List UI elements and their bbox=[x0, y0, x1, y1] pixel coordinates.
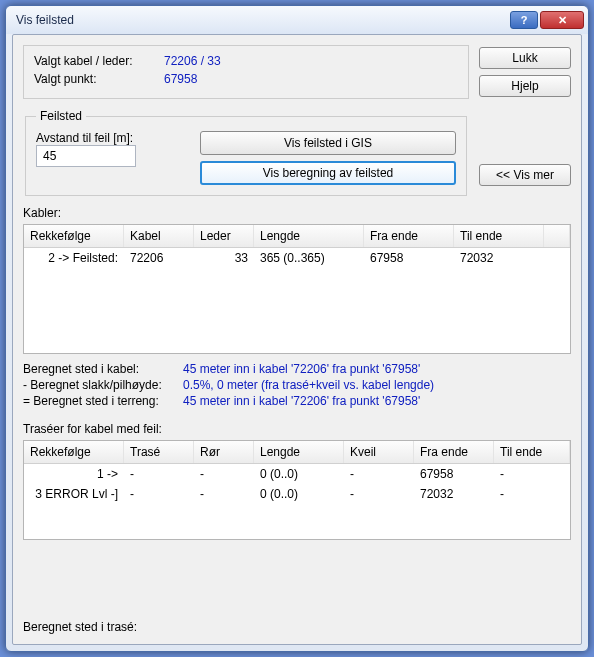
calc-terrain-value: 45 meter inn i kabel '72206' fra punkt '… bbox=[183, 394, 420, 408]
selected-cable-value: 72206 / 33 bbox=[164, 54, 221, 68]
cell: 0 (0..0) bbox=[254, 484, 344, 504]
window-title: Vis feilsted bbox=[16, 13, 74, 27]
traces-table-header: Rekkefølge Trasé Rør Lengde Kveil Fra en… bbox=[24, 441, 570, 464]
cell: 72032 bbox=[414, 484, 494, 504]
summary-panel: Valgt kabel / leder: 72206 / 33 Valgt pu… bbox=[23, 45, 469, 99]
help-button[interactable]: Hjelp bbox=[479, 75, 571, 97]
tcol-to[interactable]: Til ende bbox=[494, 441, 570, 463]
cell: - bbox=[124, 484, 194, 504]
bottom-label: Beregnet sted i trasé: bbox=[23, 620, 137, 634]
cell: 2 -> Feilsted: bbox=[24, 248, 124, 268]
cell: 365 (0..365) bbox=[254, 248, 364, 268]
tcol-length[interactable]: Lengde bbox=[254, 441, 344, 463]
distance-input[interactable] bbox=[36, 145, 136, 167]
show-in-gis-button[interactable]: Vis feilsted i GIS bbox=[200, 131, 456, 155]
cell: 1 -> bbox=[24, 464, 124, 484]
help-icon[interactable]: ? bbox=[510, 11, 538, 29]
close-button[interactable]: Lukk bbox=[479, 47, 571, 69]
window-controls: ? ✕ bbox=[510, 11, 584, 29]
side-buttons: Lukk Hjelp bbox=[479, 45, 571, 99]
cell: - bbox=[494, 464, 570, 484]
cell: 72032 bbox=[454, 248, 544, 268]
cell: 3 ERROR Lvl -] bbox=[24, 484, 124, 504]
calculation-summary: Beregnet sted i kabel: 45 meter inn i ka… bbox=[23, 362, 571, 410]
selected-point-value: 67958 bbox=[164, 72, 197, 86]
cell bbox=[544, 248, 570, 268]
col-spacer bbox=[544, 225, 570, 247]
distance-block: Avstand til feil [m]: bbox=[36, 131, 186, 167]
traces-section-label: Traséer for kabel med feil: bbox=[23, 422, 571, 436]
cell: - bbox=[194, 464, 254, 484]
cell: - bbox=[344, 464, 414, 484]
show-more-button[interactable]: << Vis mer bbox=[479, 164, 571, 186]
tcol-trace[interactable]: Trasé bbox=[124, 441, 194, 463]
calc-slack-label: - Beregnet slakk/pilhøyde: bbox=[23, 378, 183, 392]
cell: - bbox=[194, 484, 254, 504]
cell: 72206 bbox=[124, 248, 194, 268]
tcol-from[interactable]: Fra ende bbox=[414, 441, 494, 463]
bottom-summary: Beregnet sted i trasé: bbox=[23, 614, 571, 634]
fault-location-group: Feilsted Avstand til feil [m]: Vis feils… bbox=[25, 109, 467, 196]
distance-label: Avstand til feil [m]: bbox=[36, 131, 186, 145]
cell: - bbox=[344, 484, 414, 504]
col-cable[interactable]: Kabel bbox=[124, 225, 194, 247]
client-area: Valgt kabel / leder: 72206 / 33 Valgt pu… bbox=[12, 34, 582, 645]
tcol-pipe[interactable]: Rør bbox=[194, 441, 254, 463]
col-order[interactable]: Rekkefølge bbox=[24, 225, 124, 247]
cell: 67958 bbox=[414, 464, 494, 484]
cables-section-label: Kabler: bbox=[23, 206, 571, 220]
fault-location-legend: Feilsted bbox=[36, 109, 86, 123]
cell: - bbox=[494, 484, 570, 504]
table-row[interactable]: 3 ERROR Lvl -] - - 0 (0..0) - 72032 - bbox=[24, 484, 570, 504]
calc-cable-value: 45 meter inn i kabel '72206' fra punkt '… bbox=[183, 362, 420, 376]
col-to-end[interactable]: Til ende bbox=[454, 225, 544, 247]
col-length[interactable]: Lengde bbox=[254, 225, 364, 247]
cell: 67958 bbox=[364, 248, 454, 268]
cell: 0 (0..0) bbox=[254, 464, 344, 484]
cables-table-header: Rekkefølge Kabel Leder Lengde Fra ende T… bbox=[24, 225, 570, 248]
close-icon[interactable]: ✕ bbox=[540, 11, 584, 29]
tcol-coil[interactable]: Kveil bbox=[344, 441, 414, 463]
tcol-order[interactable]: Rekkefølge bbox=[24, 441, 124, 463]
col-from-end[interactable]: Fra ende bbox=[364, 225, 454, 247]
cell: - bbox=[124, 464, 194, 484]
table-row[interactable]: 1 -> - - 0 (0..0) - 67958 - bbox=[24, 464, 570, 484]
calc-cable-label: Beregnet sted i kabel: bbox=[23, 362, 183, 376]
col-conductor[interactable]: Leder bbox=[194, 225, 254, 247]
cables-table: Rekkefølge Kabel Leder Lengde Fra ende T… bbox=[23, 224, 571, 354]
calc-slack-value: 0.5%, 0 meter (fra trasé+kveil vs. kabel… bbox=[183, 378, 434, 392]
traces-table: Rekkefølge Trasé Rør Lengde Kveil Fra en… bbox=[23, 440, 571, 540]
titlebar: Vis feilsted ? ✕ bbox=[6, 6, 588, 34]
window-root: Vis feilsted ? ✕ Valgt kabel / leder: 72… bbox=[5, 5, 589, 652]
cell: 33 bbox=[194, 248, 254, 268]
summary-row: Valgt kabel / leder: 72206 / 33 Valgt pu… bbox=[23, 45, 571, 99]
show-calculation-button[interactable]: Vis beregning av feilsted bbox=[200, 161, 456, 185]
selected-cable-label: Valgt kabel / leder: bbox=[34, 54, 164, 68]
selected-point-label: Valgt punkt: bbox=[34, 72, 164, 86]
table-row[interactable]: 2 -> Feilsted: 72206 33 365 (0..365) 679… bbox=[24, 248, 570, 268]
calc-terrain-label: = Beregnet sted i terreng: bbox=[23, 394, 183, 408]
